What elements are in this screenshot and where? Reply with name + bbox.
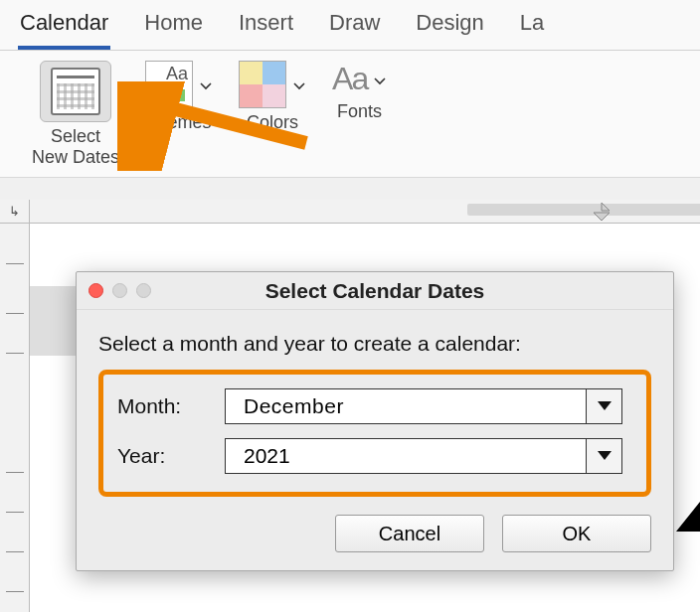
zoom-window-icon (136, 283, 151, 298)
tab-layout-truncated[interactable]: La (518, 8, 546, 50)
colors-icon (239, 61, 286, 108)
cancel-button[interactable]: Cancel (335, 515, 484, 552)
themes-button[interactable]: Aa Themes (145, 61, 213, 133)
tab-home[interactable]: Home (142, 8, 205, 50)
minimize-window-icon (112, 283, 127, 298)
calendar-icon (51, 68, 100, 115)
fonts-button[interactable]: Aa Fonts (332, 61, 387, 122)
year-combobox[interactable] (225, 438, 622, 474)
annotation-highlight-box: Month: Year: (98, 370, 651, 497)
select-calendar-dates-dialog: Select Calendar Dates Select a month and… (76, 271, 674, 571)
month-dropdown-button[interactable] (586, 389, 621, 423)
fonts-label: Fonts (337, 101, 382, 122)
year-input[interactable] (226, 439, 586, 473)
margin-marker-icon[interactable] (594, 203, 610, 225)
colors-button[interactable]: Colors (239, 61, 306, 133)
svg-marker-5 (598, 451, 612, 460)
month-combobox[interactable] (225, 388, 622, 424)
dialog-title: Select Calendar Dates (77, 279, 673, 303)
tab-calendar[interactable]: Calendar (18, 8, 110, 50)
dialog-titlebar[interactable]: Select Calendar Dates (77, 272, 673, 310)
themes-icon: Aa (145, 61, 193, 108)
select-new-dates-button[interactable]: Select New Dates (32, 61, 119, 167)
svg-marker-0 (602, 203, 610, 211)
month-input[interactable] (226, 389, 588, 423)
vertical-ruler[interactable] (0, 224, 30, 612)
month-label: Month: (117, 394, 207, 418)
ok-button[interactable]: OK (502, 515, 651, 552)
ruler-corner: ↳ (0, 200, 30, 224)
canvas-shape-fragment (676, 502, 700, 532)
ribbon-tabs: Calendar Home Insert Draw Design La (0, 0, 700, 51)
canvas-region (30, 286, 80, 356)
colors-label: Colors (247, 112, 298, 133)
svg-marker-4 (598, 401, 612, 410)
fonts-icon: Aa (332, 61, 367, 97)
close-window-icon[interactable] (88, 283, 103, 298)
chevron-down-icon[interactable] (199, 79, 213, 93)
tab-insert[interactable]: Insert (237, 8, 295, 50)
chevron-down-icon[interactable] (292, 79, 306, 93)
tab-design[interactable]: Design (414, 8, 485, 50)
svg-marker-1 (594, 213, 610, 221)
year-dropdown-button[interactable] (586, 439, 621, 473)
ribbon: Select New Dates Aa Themes (0, 51, 700, 178)
select-new-dates-label: Select New Dates (32, 126, 119, 167)
chevron-down-icon (598, 401, 612, 411)
themes-label: Themes (147, 112, 212, 133)
chevron-down-icon[interactable] (373, 75, 387, 88)
chevron-down-icon (598, 451, 612, 461)
horizontal-ruler[interactable] (30, 200, 700, 224)
year-label: Year: (117, 444, 207, 468)
dialog-prompt: Select a month and year to create a cale… (98, 332, 651, 356)
tab-draw[interactable]: Draw (327, 8, 382, 50)
